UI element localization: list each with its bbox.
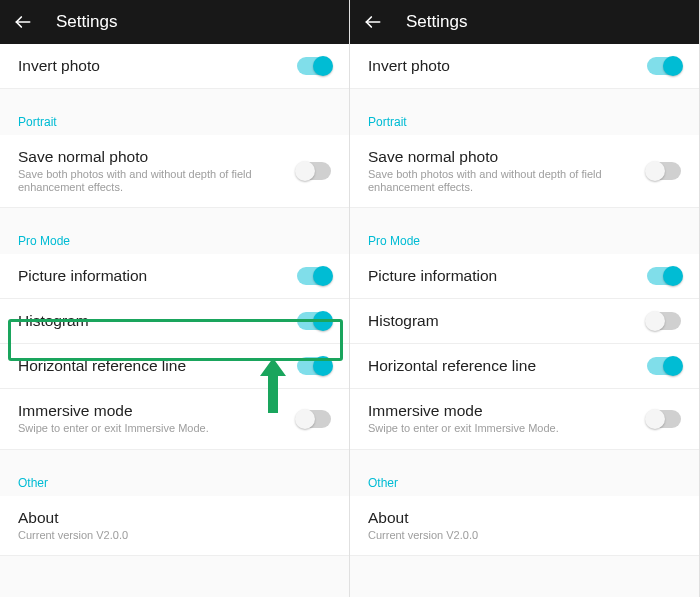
left-panel: Settings Invert photo Portrait Save norm… [0, 0, 350, 597]
invert-photo-toggle[interactable] [297, 57, 331, 75]
section-pro-mode: Pro Mode [0, 224, 349, 254]
immersive-toggle[interactable] [647, 410, 681, 428]
about-sub: Current version V2.0.0 [368, 529, 671, 542]
row-invert-photo[interactable]: Invert photo [350, 44, 699, 89]
about-label: About [368, 509, 671, 527]
picture-info-label: Picture information [368, 267, 637, 285]
horizontal-ref-toggle[interactable] [647, 357, 681, 375]
horizontal-ref-label: Horizontal reference line [18, 357, 287, 375]
invert-photo-label: Invert photo [368, 57, 637, 75]
histogram-label: Histogram [368, 312, 637, 330]
row-horizontal-reference-line[interactable]: Horizontal reference line [0, 344, 349, 389]
picture-info-label: Picture information [18, 267, 287, 285]
invert-photo-toggle[interactable] [647, 57, 681, 75]
page-title: Settings [56, 12, 117, 32]
immersive-sub: Swipe to enter or exit Immersive Mode. [18, 422, 287, 435]
horizontal-ref-label: Horizontal reference line [368, 357, 637, 375]
section-pro-mode: Pro Mode [350, 224, 699, 254]
row-immersive-mode[interactable]: Immersive mode Swipe to enter or exit Im… [350, 389, 699, 449]
row-save-normal-photo[interactable]: Save normal photo Save both photos with … [0, 135, 349, 208]
save-normal-toggle[interactable] [297, 162, 331, 180]
back-arrow-icon[interactable] [12, 11, 34, 33]
about-sub: Current version V2.0.0 [18, 529, 321, 542]
header-bar: Settings [350, 0, 699, 44]
immersive-toggle[interactable] [297, 410, 331, 428]
row-histogram[interactable]: Histogram [0, 299, 349, 344]
save-normal-sub: Save both photos with and without depth … [18, 168, 287, 194]
settings-content: Invert photo Portrait Save normal photo … [350, 44, 699, 597]
row-invert-photo[interactable]: Invert photo [0, 44, 349, 89]
back-arrow-icon[interactable] [362, 11, 384, 33]
row-save-normal-photo[interactable]: Save normal photo Save both photos with … [350, 135, 699, 208]
horizontal-ref-toggle[interactable] [297, 357, 331, 375]
settings-content: Invert photo Portrait Save normal photo … [0, 44, 349, 597]
row-picture-information[interactable]: Picture information [350, 254, 699, 299]
immersive-label: Immersive mode [18, 402, 287, 420]
immersive-sub: Swipe to enter or exit Immersive Mode. [368, 422, 637, 435]
picture-info-toggle[interactable] [647, 267, 681, 285]
header-bar: Settings [0, 0, 349, 44]
picture-info-toggle[interactable] [297, 267, 331, 285]
row-histogram[interactable]: Histogram [350, 299, 699, 344]
section-portrait: Portrait [0, 105, 349, 135]
invert-photo-label: Invert photo [18, 57, 287, 75]
row-about[interactable]: About Current version V2.0.0 [350, 496, 699, 556]
save-normal-toggle[interactable] [647, 162, 681, 180]
histogram-toggle[interactable] [647, 312, 681, 330]
histogram-label: Histogram [18, 312, 287, 330]
row-horizontal-reference-line[interactable]: Horizontal reference line [350, 344, 699, 389]
save-normal-sub: Save both photos with and without depth … [368, 168, 637, 194]
save-normal-label: Save normal photo [18, 148, 287, 166]
row-immersive-mode[interactable]: Immersive mode Swipe to enter or exit Im… [0, 389, 349, 449]
row-picture-information[interactable]: Picture information [0, 254, 349, 299]
section-other: Other [0, 466, 349, 496]
right-panel: Settings Invert photo Portrait Save norm… [350, 0, 700, 597]
histogram-toggle[interactable] [297, 312, 331, 330]
page-title: Settings [406, 12, 467, 32]
immersive-label: Immersive mode [368, 402, 637, 420]
save-normal-label: Save normal photo [368, 148, 637, 166]
row-about[interactable]: About Current version V2.0.0 [0, 496, 349, 556]
section-other: Other [350, 466, 699, 496]
about-label: About [18, 509, 321, 527]
section-portrait: Portrait [350, 105, 699, 135]
